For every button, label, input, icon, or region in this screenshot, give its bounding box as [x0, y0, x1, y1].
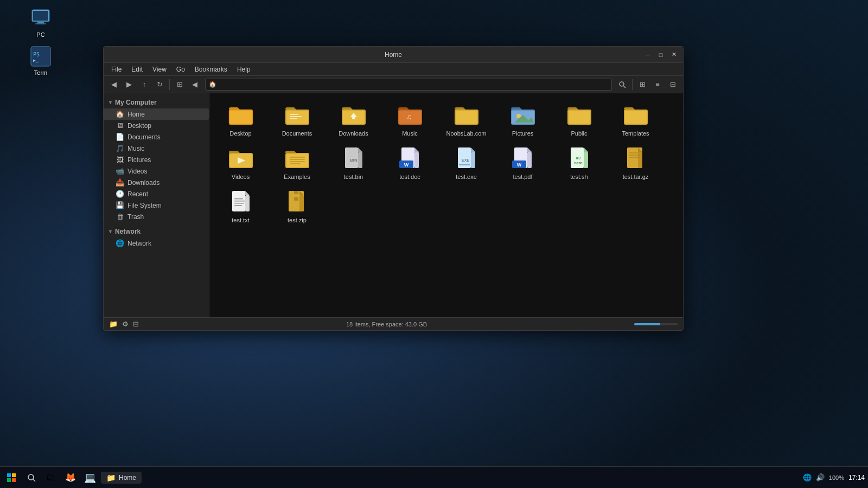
- templates-folder-icon: [623, 102, 649, 128]
- file-item-testexe[interactable]: EXE test.exe: [441, 142, 492, 183]
- menu-edit[interactable]: Edit: [127, 65, 147, 74]
- sidebar-section-network[interactable]: ▼ Network: [104, 226, 209, 237]
- documents-sidebar-icon: 📄: [116, 133, 124, 141]
- svg-rect-84: [294, 194, 298, 197]
- testsh-label: test.sh: [570, 174, 588, 180]
- statusbar-icon-3[interactable]: ⊟: [133, 320, 139, 328]
- sidebar-item-documents[interactable]: 📄 Documents: [104, 131, 209, 143]
- windows-logo-icon: [7, 473, 16, 483]
- svg-rect-61: [527, 152, 532, 168]
- taskbar-active-window[interactable]: 📁 Home: [101, 472, 142, 484]
- sidebar-item-music[interactable]: 🎵 Music: [104, 143, 209, 154]
- file-item-testtxt[interactable]: test.txt: [215, 185, 266, 227]
- network-sidebar-icon: 🌐: [116, 239, 124, 247]
- menu-file[interactable]: File: [107, 65, 126, 74]
- menu-view[interactable]: View: [148, 65, 171, 74]
- sidebar-item-filesystem[interactable]: 💾 File System: [104, 200, 209, 211]
- svg-rect-58: [459, 164, 470, 165]
- svg-marker-46: [358, 147, 362, 152]
- start-button[interactable]: [3, 470, 20, 486]
- svg-rect-2: [33, 11, 48, 21]
- search-button[interactable]: [615, 78, 629, 92]
- network-label: Network: [115, 228, 141, 235]
- file-item-testdoc[interactable]: W test.doc: [384, 142, 436, 183]
- refresh-button[interactable]: ↻: [152, 78, 167, 92]
- desktop-icon-pc[interactable]: PC: [22, 5, 60, 40]
- svg-rect-18: [290, 118, 297, 119]
- bookmark-button[interactable]: ◀: [188, 78, 202, 92]
- sidebar-item-network[interactable]: 🌐 Network: [104, 237, 209, 249]
- file-item-videos[interactable]: Videos: [215, 142, 266, 183]
- testsh-icon: #!/ bash: [566, 145, 592, 171]
- sidebar-item-downloads[interactable]: 📥 Downloads: [104, 177, 209, 188]
- sidebar-item-desktop[interactable]: 🖥 Desktop: [104, 120, 209, 131]
- file-item-downloads[interactable]: Downloads: [328, 99, 379, 140]
- sidebar-filesystem-label: File System: [127, 202, 162, 209]
- menu-bookmarks[interactable]: Bookmarks: [190, 65, 232, 74]
- desktop-folder-icon: [228, 102, 254, 128]
- sidebar-desktop-label: Desktop: [127, 122, 151, 130]
- sidebar-item-videos[interactable]: 📹 Videos: [104, 165, 209, 177]
- file-item-pictures[interactable]: Pictures: [497, 99, 548, 140]
- sidebar-videos-label: Videos: [127, 168, 147, 175]
- svg-text:PS: PS: [33, 52, 40, 57]
- svg-rect-78: [234, 201, 245, 202]
- view-btn-1[interactable]: ⊞: [635, 78, 649, 92]
- minimize-button[interactable]: ─: [643, 50, 653, 60]
- taskbar-battery-text: 100%: [829, 474, 844, 481]
- home-toolbar-button[interactable]: ⊞: [173, 78, 187, 92]
- taskbar-firefox-icon[interactable]: 🦊: [62, 469, 79, 486]
- taskbar-search-icon[interactable]: [23, 469, 40, 486]
- svg-rect-17: [290, 116, 302, 117]
- taskbar-terminal-icon[interactable]: 💻: [81, 469, 99, 486]
- file-item-desktop[interactable]: Desktop: [215, 99, 266, 140]
- view-btn-3[interactable]: ⊟: [666, 78, 680, 92]
- file-item-testbin[interactable]: BIN test.bin: [328, 142, 379, 183]
- file-item-noobslab[interactable]: NoobsLab.com: [441, 99, 492, 140]
- file-item-testzip[interactable]: test.zip: [271, 185, 323, 227]
- svg-text:W: W: [404, 162, 409, 168]
- back-button[interactable]: ◀: [107, 78, 121, 92]
- taskbar-files-icon[interactable]: 🗂: [42, 469, 60, 486]
- svg-rect-3: [37, 22, 44, 23]
- menu-help[interactable]: Help: [233, 65, 255, 74]
- file-item-templates[interactable]: Templates: [610, 99, 661, 140]
- desktop-icon-term[interactable]: PS ▶_ Term: [22, 43, 60, 78]
- sidebar-item-pictures[interactable]: 🖼 Pictures: [104, 154, 209, 165]
- pictures-folder-icon: [510, 102, 536, 128]
- menu-go[interactable]: Go: [172, 65, 189, 74]
- forward-button[interactable]: ▶: [122, 78, 136, 92]
- statusbar: 📁 ⚙ ⊟ 18 items, Free space: 43.0 GB: [104, 317, 683, 330]
- taskbar-search-svg-icon: [27, 473, 36, 482]
- sidebar-item-home[interactable]: 🏠 Home: [104, 108, 209, 120]
- sidebar-trash-label: Trash: [127, 213, 144, 221]
- file-item-documents[interactable]: Documents: [271, 99, 323, 140]
- file-item-testpdf[interactable]: W test.pdf: [497, 142, 548, 183]
- desktop: PC PS ▶_ Term Home ─ □ ✕ File Edit: [0, 0, 868, 466]
- sidebar-item-trash[interactable]: 🗑 Trash: [104, 211, 209, 222]
- close-button[interactable]: ✕: [669, 50, 679, 60]
- file-item-examples[interactable]: Examples: [271, 142, 323, 183]
- file-item-testsh[interactable]: #!/ bash test.sh: [553, 142, 605, 183]
- location-bar[interactable]: 🏠: [205, 79, 612, 91]
- pictures-sidebar-icon: 🖼: [116, 156, 124, 164]
- maximize-button[interactable]: □: [656, 50, 666, 60]
- downloads-sidebar-icon: 📥: [116, 178, 124, 187]
- testbin-label: test.bin: [344, 174, 363, 180]
- testtargz-icon: [623, 145, 649, 171]
- svg-rect-90: [12, 478, 16, 482]
- file-item-music[interactable]: ♫ Music: [384, 99, 436, 140]
- sidebar-recent-label: Recent: [127, 190, 148, 198]
- testdoc-label: test.doc: [399, 174, 420, 180]
- file-item-public[interactable]: Public: [553, 99, 605, 140]
- file-item-testtargz[interactable]: test.tar.gz: [610, 142, 661, 183]
- pc-icon: [30, 8, 52, 29]
- view-btn-2[interactable]: ≡: [650, 78, 665, 92]
- up-button[interactable]: ↑: [137, 78, 151, 92]
- mycomputer-chevron: ▼: [108, 100, 113, 105]
- trash-sidebar-icon: 🗑: [116, 213, 124, 221]
- statusbar-icon-1[interactable]: 📁: [109, 320, 118, 328]
- sidebar-item-recent[interactable]: 🕐 Recent: [104, 188, 209, 200]
- sidebar-section-mycomputer[interactable]: ▼ My Computer: [104, 97, 209, 108]
- statusbar-icon-2[interactable]: ⚙: [122, 320, 129, 328]
